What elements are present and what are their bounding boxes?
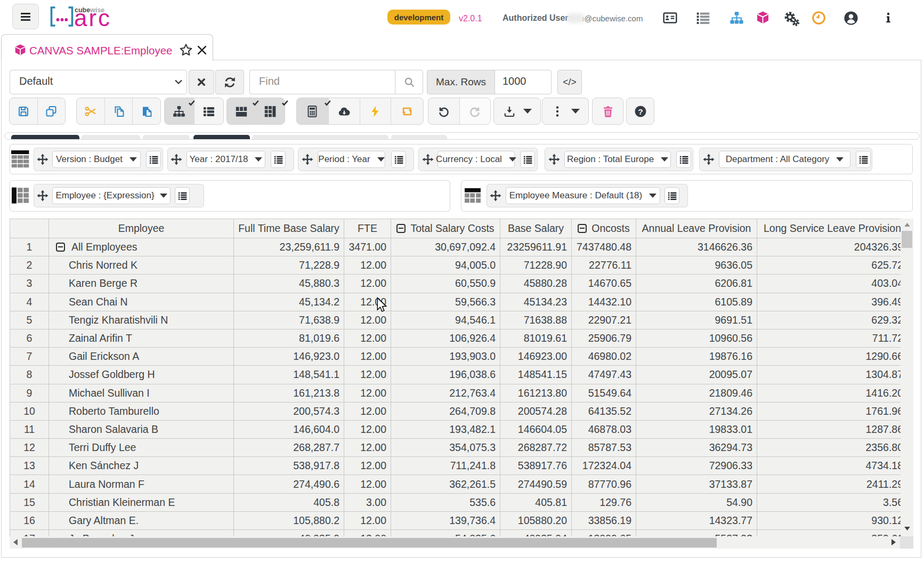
svg-text:?: ? [638,107,643,116]
